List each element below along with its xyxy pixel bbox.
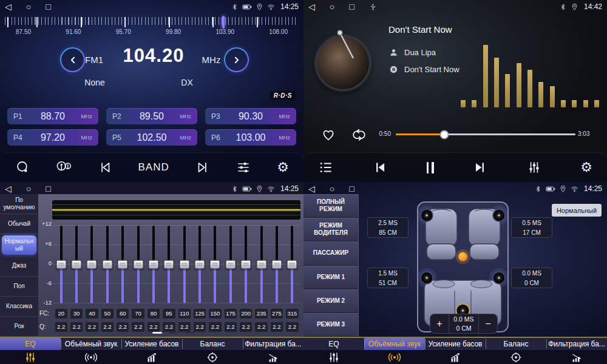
preset-frequency: 103.00 [226, 132, 276, 143]
nav-home-icon[interactable]: ○ [26, 183, 31, 195]
progress-bar[interactable] [396, 133, 575, 135]
tab-bass-boost[interactable]: Усиление басов [425, 338, 486, 364]
delay-front-right[interactable]: 0.5 MS 17 CM [511, 217, 552, 238]
eq-band-slider[interactable] [192, 222, 207, 307]
delay-front-left[interactable]: 2.5 MS 85 CM [367, 217, 409, 238]
delay-rear-left[interactable]: 1.5 MS 51 CM [367, 268, 409, 288]
eq-preset-item[interactable]: Джаз [0, 256, 38, 276]
tab-balance[interactable]: Баланс [182, 338, 243, 364]
band-button[interactable]: BAND [138, 161, 169, 174]
eq-preset-item[interactable]: По умолчанию [0, 194, 38, 214]
preset-p4[interactable]: P497.20MHz [7, 129, 98, 146]
slider-thumb[interactable] [256, 260, 266, 269]
eq-band-slider[interactable] [53, 222, 69, 307]
slider-thumb[interactable] [148, 260, 158, 269]
slider-thumb[interactable] [195, 260, 205, 269]
frequency-scale[interactable]: 87.5091.6095.7099.80103.90108.00 [5, 17, 299, 38]
nav-recents-icon[interactable]: □ [46, 1, 50, 13]
slider-thumb[interactable] [179, 260, 189, 269]
previous-station-icon[interactable] [97, 160, 113, 175]
eq-preset-item[interactable]: Нормальный [2, 235, 36, 255]
nav-home-icon[interactable]: ○ [330, 183, 334, 195]
tab-eq[interactable]: EQ [0, 338, 61, 364]
tab-surround-sound[interactable]: Объёмный звук [61, 338, 121, 364]
eq-band-slider[interactable] [131, 222, 146, 307]
eq-band-slider[interactable] [208, 222, 223, 307]
eq-band-slider[interactable] [100, 222, 115, 307]
tab-bass-boost[interactable]: Усиление басов [121, 338, 182, 364]
preset-p2[interactable]: P289.50MHz [106, 108, 197, 124]
slider-thumb[interactable] [87, 260, 97, 269]
delay-increase-button[interactable]: + [430, 314, 449, 333]
preset-p6[interactable]: P6103.00MHz [205, 129, 296, 146]
slider-thumb[interactable] [118, 260, 128, 269]
tab-surround-sound[interactable]: Объёмный звук [364, 338, 425, 364]
eq-band-slider[interactable] [161, 222, 177, 307]
search-icon[interactable] [15, 160, 30, 175]
preset-p1[interactable]: P188.70MHz [7, 108, 98, 124]
listening-mode-item[interactable]: ПОЛНЫЙ РЕЖИМ [304, 194, 358, 218]
nav-back-icon[interactable]: ◁ [5, 1, 12, 13]
nav-recents-icon[interactable]: □ [349, 1, 354, 13]
scan-stations-icon[interactable] [56, 160, 72, 175]
nav-recents-icon[interactable]: □ [46, 183, 50, 195]
progress-thumb[interactable] [439, 130, 449, 139]
eq-band-slider[interactable] [177, 222, 192, 307]
pause-icon[interactable] [427, 160, 434, 175]
slider-thumb[interactable] [56, 260, 66, 269]
eq-band-slider[interactable] [269, 222, 284, 307]
eq-preset-item[interactable]: Обычай [0, 214, 38, 234]
listening-mode-item[interactable]: РЕЖИМ ВОДИТЕЛЯ [304, 218, 358, 241]
tab-filter[interactable]: Фильтрация ба... [546, 338, 607, 364]
equalizer-icon[interactable] [236, 160, 251, 175]
tab-filter[interactable]: Фильтрация ба... [243, 338, 304, 364]
nav-home-icon[interactable]: ○ [26, 1, 31, 13]
next-station-icon[interactable] [195, 160, 211, 175]
eq-band-slider[interactable] [84, 222, 100, 307]
preset-p5[interactable]: P5102.50MHz [106, 129, 197, 146]
settings-gear-icon[interactable]: ⚙ [580, 160, 592, 175]
slider-thumb[interactable] [241, 260, 251, 269]
delay-decrease-button[interactable]: − [479, 314, 497, 333]
tab-eq[interactable]: EQ [304, 338, 364, 364]
slider-thumb[interactable] [210, 260, 220, 269]
surround-preset-button[interactable]: Нормальный [552, 204, 602, 217]
previous-track-icon[interactable] [372, 160, 388, 175]
listening-mode-item[interactable]: РЕЖИМ 2 [304, 289, 358, 313]
eq-preset-item[interactable]: Рок [0, 317, 38, 337]
nav-back-icon[interactable]: ◁ [308, 1, 315, 13]
preset-p3[interactable]: P390.30MHz [205, 108, 296, 124]
slider-thumb[interactable] [102, 260, 112, 269]
eq-preset-item[interactable]: Классика [0, 297, 38, 317]
favorite-heart-icon[interactable] [320, 127, 336, 143]
listening-mode-item[interactable]: ПАССАЖИР [304, 241, 358, 265]
eq-band-slider[interactable] [285, 222, 300, 307]
eq-band-slider[interactable] [146, 222, 161, 307]
eq-band-slider[interactable] [115, 222, 131, 307]
listening-mode-item[interactable]: РЕЖИМ 3 [304, 313, 358, 337]
equalizer-icon[interactable] [526, 160, 542, 175]
nav-back-icon[interactable]: ◁ [308, 183, 315, 195]
eq-band-slider[interactable] [223, 222, 238, 307]
slider-thumb[interactable] [271, 260, 282, 269]
slider-thumb[interactable] [72, 260, 82, 269]
slider-thumb[interactable] [164, 260, 174, 269]
settings-gear-icon[interactable]: ⚙ [277, 160, 289, 175]
listening-mode-item[interactable]: РЕЖИМ 1 [304, 266, 358, 289]
delay-rear-right[interactable]: 0.0 MS 0 CM [511, 268, 552, 288]
eq-band-slider[interactable] [254, 222, 269, 307]
seek-up-button[interactable] [224, 47, 249, 72]
eq-preset-item[interactable]: Поп [0, 277, 38, 297]
nav-home-icon[interactable]: ○ [330, 1, 334, 13]
nav-back-icon[interactable]: ◁ [5, 183, 12, 195]
playlist-icon[interactable] [318, 160, 334, 175]
tab-balance[interactable]: Баланс [486, 338, 546, 364]
nav-recents-icon[interactable]: □ [349, 183, 354, 195]
slider-thumb[interactable] [133, 260, 143, 269]
eq-band-slider[interactable] [69, 222, 84, 307]
next-track-icon[interactable] [472, 160, 488, 175]
slider-thumb[interactable] [225, 260, 236, 269]
repeat-icon[interactable] [351, 127, 367, 143]
eq-band-slider[interactable] [239, 222, 254, 307]
slider-thumb[interactable] [287, 260, 297, 269]
